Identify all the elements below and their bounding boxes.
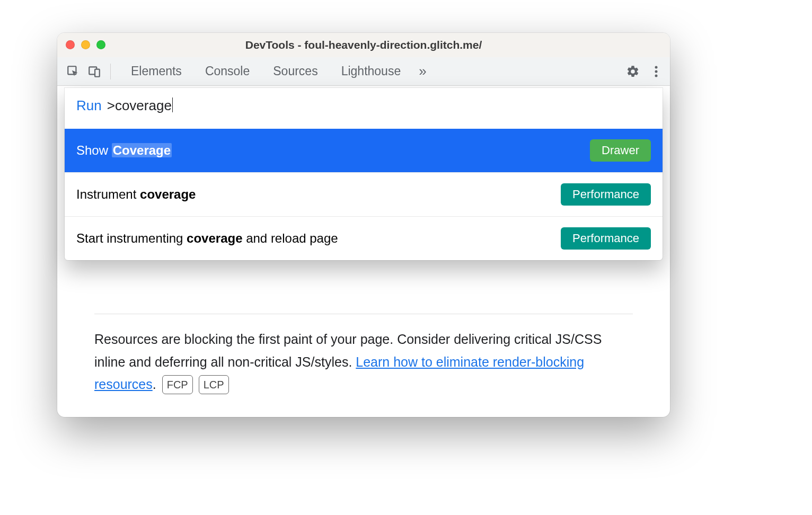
metric-badge-fcp: FCP	[162, 375, 193, 394]
tab-sources[interactable]: Sources	[273, 64, 317, 78]
badge-performance: Performance	[561, 183, 651, 206]
devtools-tabs: Elements Console Sources Lighthouse	[131, 64, 401, 78]
badge-drawer: Drawer	[590, 139, 651, 162]
tab-console[interactable]: Console	[205, 64, 250, 78]
more-tabs-icon[interactable]: »	[419, 63, 426, 79]
close-window-button[interactable]	[66, 40, 75, 49]
svg-rect-2	[95, 69, 100, 76]
divider	[94, 314, 633, 314]
window-title: DevTools - foul-heavenly-direction.glitc…	[57, 39, 670, 51]
command-item-start-instrumenting[interactable]: Start instrumenting coverage and reload …	[65, 216, 663, 260]
device-toolbar-icon[interactable]	[84, 61, 105, 82]
window-controls	[66, 40, 105, 49]
titlebar: DevTools - foul-heavenly-direction.glitc…	[57, 33, 670, 57]
command-prompt-label: Run	[76, 97, 102, 114]
svg-point-4	[655, 70, 658, 73]
command-menu: Run >coverage Show Coverage Drawer Instr…	[65, 88, 663, 260]
command-query-text: >coverage	[107, 97, 173, 114]
maximize-window-button[interactable]	[96, 40, 105, 49]
inspect-element-icon[interactable]	[63, 61, 84, 82]
command-results-list: Show Coverage Drawer Instrument coverage…	[65, 129, 663, 260]
devtools-window: DevTools - foul-heavenly-direction.glitc…	[57, 33, 670, 417]
tab-elements[interactable]: Elements	[131, 64, 182, 78]
command-input-row[interactable]: Run >coverage	[65, 88, 663, 129]
devtools-toolbar: Elements Console Sources Lighthouse »	[57, 57, 670, 86]
command-item-show-coverage[interactable]: Show Coverage Drawer	[65, 129, 663, 172]
metric-badge-lcp: LCP	[199, 375, 229, 394]
toolbar-separator	[110, 64, 111, 79]
badge-performance: Performance	[561, 227, 651, 250]
text-caret	[172, 97, 173, 112]
minimize-window-button[interactable]	[81, 40, 90, 49]
more-options-icon[interactable]	[648, 63, 665, 80]
svg-point-3	[655, 66, 658, 68]
settings-gear-icon[interactable]	[624, 63, 641, 80]
command-item-instrument-coverage[interactable]: Instrument coverage Performance	[65, 172, 663, 216]
tab-lighthouse[interactable]: Lighthouse	[341, 64, 401, 78]
svg-point-5	[655, 74, 658, 77]
